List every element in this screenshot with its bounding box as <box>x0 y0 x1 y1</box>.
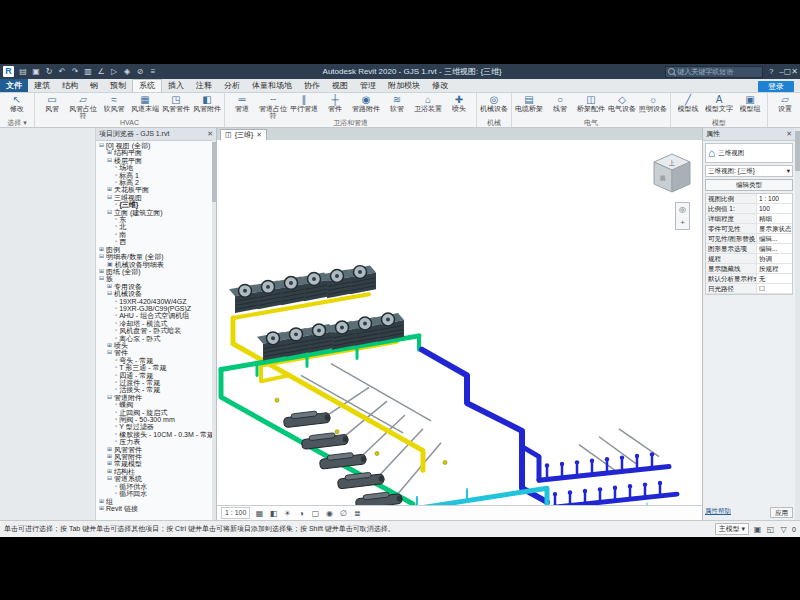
tree-node-icon[interactable]: ⊞ <box>107 460 112 467</box>
tree-node-icon[interactable]: ▫ <box>115 216 117 223</box>
property-row[interactable]: 可见性/图形替换 编辑... <box>706 234 792 244</box>
tree-node-icon[interactable]: ⊟ <box>107 349 112 356</box>
tree-node-icon[interactable]: ▫ <box>115 379 117 386</box>
ribbon-button[interactable]: ◎ 机械设备 <box>479 94 509 119</box>
scrollbar[interactable] <box>795 128 800 520</box>
view-control-icon[interactable]: ☀ <box>281 509 293 518</box>
ribbon-tab[interactable]: 体量和场地 <box>246 79 298 92</box>
tree-node-icon[interactable]: ▫ <box>115 409 117 416</box>
tree-item[interactable]: ⊞ 图例 <box>96 246 216 253</box>
view-tab[interactable]: ◫ {三维} ✕ <box>220 129 267 140</box>
qat-button-icon[interactable]: ◈ <box>121 67 133 76</box>
type-selector[interactable]: ⌂ 三维视图 <box>705 143 793 163</box>
ribbon-panel-label[interactable]: 选择 ▾ <box>0 119 34 127</box>
ribbon-button[interactable]: ▤ 电缆桥架 <box>514 94 544 119</box>
ribbon-panel-label[interactable]: 工作平面 <box>768 119 800 127</box>
tree-item[interactable]: ▫ 东 <box>96 216 216 223</box>
design-option-select[interactable]: 主模型 ▾ <box>715 523 749 535</box>
tree-item[interactable]: ⊟ [0] 视图 (全部) <box>96 142 216 149</box>
qat-button-icon[interactable]: ▣ <box>30 67 42 76</box>
tree-item[interactable]: ⊟ 明细表/数量 (全部) <box>96 253 216 260</box>
tree-item[interactable]: ⊞ 风管附件 <box>96 453 216 460</box>
qat-button-icon[interactable]: ↷ <box>69 67 81 76</box>
tree-item[interactable]: ▫ 标高 2 <box>96 179 216 186</box>
ribbon-tab[interactable]: 插入 <box>162 79 190 92</box>
property-value[interactable]: ☐ <box>757 284 792 293</box>
tree-item[interactable]: ▫ 止回阀 - 旋启式 <box>96 409 216 416</box>
view-control-icon[interactable]: ▦ <box>253 509 265 518</box>
ribbon-tab[interactable]: 钢 <box>84 79 104 92</box>
tree-node-icon[interactable]: ⊟ <box>107 194 112 201</box>
qat-button-icon[interactable]: ▥ <box>82 67 94 76</box>
property-row[interactable]: 零件可见性 显示原状态 <box>706 224 792 234</box>
view-control-icon[interactable]: ◉ <box>323 509 335 518</box>
tree-node-icon[interactable]: ▫ <box>115 364 117 371</box>
ribbon-button[interactable]: ◇ 电气设备 <box>607 94 637 119</box>
tree-item[interactable]: ▫ 闸阀 - 50-300 mm <box>96 416 216 423</box>
tree-item[interactable]: ▫ 压力表 <box>96 438 216 445</box>
tree-item[interactable]: ▫ 风机盘管 - 卧式暗装 <box>96 327 216 334</box>
tree-item[interactable]: ▫ 活接头 - 常规 <box>96 386 216 393</box>
ribbon-button[interactable]: ◉ 管路附件 <box>351 94 381 119</box>
ribbon-button[interactable]: ═ 管道 <box>227 94 257 119</box>
qat-button-icon[interactable]: ⊘ <box>134 67 146 76</box>
ribbon-button[interactable]: ↖ 修改 <box>2 94 32 119</box>
qat-button-icon[interactable]: ▷ <box>108 67 120 76</box>
view-control-icon[interactable]: ≣ <box>351 509 363 518</box>
tree-item[interactable]: ⊞ 风管管件 <box>96 446 216 453</box>
tree-item[interactable]: ⊞ Revit 链接 <box>96 505 216 512</box>
ribbon-tab[interactable]: 分析 <box>218 79 246 92</box>
apply-button[interactable]: 应用 <box>770 507 793 518</box>
ribbon-tab[interactable]: 修改 <box>426 79 454 92</box>
tree-item[interactable]: ⊞ 结构平面 <box>96 149 216 156</box>
tree-item[interactable]: ▫ 橡胶接头 - 10CM - 0.3M - 常规型 - 100-175 GPM <box>96 431 216 438</box>
tree-node-icon[interactable]: ⊟ <box>99 253 104 260</box>
tree-node-icon[interactable]: ⊟ <box>107 209 112 216</box>
signin-button[interactable]: 登录 <box>758 81 794 92</box>
tree-node-icon[interactable]: ⊟ <box>107 394 112 401</box>
tree-node-icon[interactable]: ▫ <box>115 416 117 423</box>
tree-item[interactable]: ⊞ 专用设备 <box>96 283 216 290</box>
tree-node-icon[interactable]: ▫ <box>115 231 117 238</box>
app-menu-button[interactable]: R <box>3 66 14 77</box>
property-row[interactable]: 比例值 1: 100 <box>706 204 792 214</box>
property-value[interactable]: 编辑... <box>757 234 792 243</box>
property-value[interactable]: 无 <box>757 274 792 283</box>
tree-node-icon[interactable]: ▫ <box>115 305 117 312</box>
ribbon-tab[interactable]: 建筑 <box>28 79 56 92</box>
ribbon-button[interactable]: ▦ 风道末端 <box>130 94 160 119</box>
ribbon-button[interactable]: ≈ 软风管 <box>99 94 129 119</box>
close-icon[interactable]: ✕ <box>207 128 213 140</box>
property-value[interactable]: 显示原状态 <box>757 224 792 233</box>
tree-node-icon[interactable]: ⊟ <box>99 275 104 282</box>
tree-node-icon[interactable]: ▫ <box>115 320 117 327</box>
tree-node-icon[interactable]: ⊟ <box>107 475 112 482</box>
3d-model-view[interactable] <box>217 140 702 505</box>
tree-node-icon[interactable]: ⊟ <box>107 157 112 164</box>
tree-node-icon[interactable]: ▫ <box>115 372 117 379</box>
tree-item[interactable]: ⊞ 组 <box>96 498 216 505</box>
tree-item[interactable]: ⊞ 结构柱 <box>96 468 216 475</box>
search-input[interactable]: 键入关键字或短语 <box>665 66 763 78</box>
property-row[interactable]: 视图比例 1 : 100 <box>706 194 792 204</box>
tree-item[interactable]: ▫ 过渡件 - 常规 <box>96 379 216 386</box>
tree-node-icon[interactable]: ▫ <box>115 312 117 319</box>
ribbon-button[interactable]: ∥ 平行管道 <box>289 94 319 119</box>
ribbon-button[interactable]: ┼ 管件 <box>320 94 350 119</box>
tree-node-icon[interactable]: ⊞ <box>107 186 112 193</box>
statusbar-icon[interactable]: ▣ <box>752 525 763 534</box>
tree-node-icon[interactable]: ⊞ <box>107 283 112 290</box>
tree-node-icon[interactable]: ⊞ <box>99 498 104 505</box>
tree-node-icon[interactable]: ▫ <box>115 483 117 490</box>
ribbon-panel-label[interactable]: 卫浴和管道 <box>225 119 476 127</box>
tree-item[interactable]: ▫ 四通 - 常规 <box>96 372 216 379</box>
ribbon-button[interactable]: ╌ 管道占位符 <box>258 94 288 119</box>
qat-button-icon[interactable]: ↻ <box>43 67 55 76</box>
scrollbar[interactable] <box>212 140 216 520</box>
ribbon-button[interactable]: ☼ 照明设备 <box>638 94 668 119</box>
help-icon[interactable]: ? <box>766 67 776 76</box>
ribbon-button[interactable]: ✚ 喷头 <box>444 94 474 119</box>
view-scale[interactable]: 1 : 100 <box>221 507 250 519</box>
tree-item[interactable]: ⊞ 图纸 (全部) <box>96 268 216 275</box>
tree-item[interactable]: ▫ T 形三通 - 常规 <box>96 364 216 371</box>
